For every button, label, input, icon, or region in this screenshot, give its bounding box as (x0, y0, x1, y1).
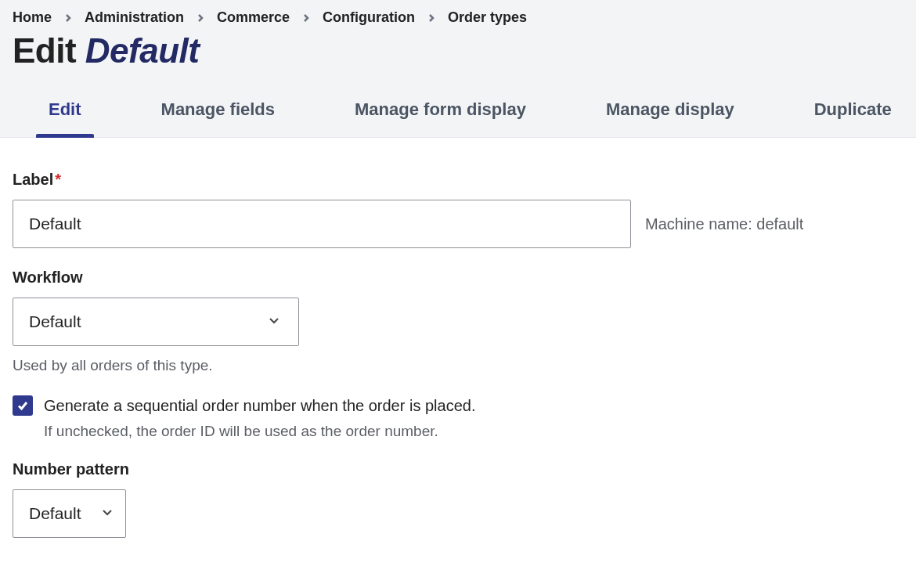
workflow-field-label: Workflow (13, 269, 903, 287)
sequential-checkbox[interactable] (13, 395, 33, 416)
breadcrumb-item-order-types[interactable]: Order types (448, 9, 527, 26)
form-region: Label* Machine name: default Workflow De… (0, 138, 916, 571)
chevron-right-icon (197, 14, 204, 22)
tabs: Edit Manage fields Manage form display M… (0, 84, 916, 138)
form-item-number-pattern: Number pattern Default (13, 460, 903, 538)
sequential-checkbox-label[interactable]: Generate a sequential order number when … (44, 395, 475, 417)
form-item-label: Label* Machine name: default (13, 171, 903, 248)
workflow-description: Used by all orders of this type. (13, 357, 903, 374)
page-title-prefix: Edit (13, 31, 85, 70)
form-item-sequential: Generate a sequential order number when … (13, 395, 903, 440)
breadcrumb: Home Administration Commerce Configurati… (13, 9, 903, 26)
label-field-title: Label (13, 171, 53, 188)
breadcrumb-item-configuration[interactable]: Configuration (323, 9, 415, 26)
chevron-right-icon (427, 14, 435, 22)
workflow-select[interactable]: Default (13, 298, 299, 346)
number-pattern-select[interactable]: Default (13, 489, 126, 538)
chevron-right-icon (302, 14, 310, 22)
tab-manage-fields[interactable]: Manage fields (149, 84, 287, 137)
tab-manage-form-display[interactable]: Manage form display (342, 84, 539, 137)
label-field-label: Label* (13, 171, 903, 189)
check-icon (16, 399, 29, 412)
tab-edit[interactable]: Edit (36, 84, 94, 137)
form-item-workflow: Workflow Default Used by all orders of t… (13, 269, 903, 374)
breadcrumb-item-administration[interactable]: Administration (85, 9, 184, 26)
tab-manage-display[interactable]: Manage display (593, 84, 747, 137)
machine-name: Machine name: default (645, 215, 803, 233)
breadcrumb-item-home[interactable]: Home (13, 9, 52, 26)
machine-name-prefix: Machine name: (645, 215, 756, 233)
required-mark: * (55, 171, 61, 188)
chevron-right-icon (64, 14, 72, 22)
page-title: Edit Default (13, 32, 903, 84)
page-title-entity: Default (85, 31, 200, 70)
tab-duplicate[interactable]: Duplicate (802, 84, 904, 137)
sequential-description: If unchecked, the order ID will be used … (44, 423, 903, 440)
breadcrumb-item-commerce[interactable]: Commerce (217, 9, 290, 26)
machine-name-value: default (756, 215, 803, 233)
label-input[interactable] (13, 200, 631, 248)
number-pattern-field-label: Number pattern (13, 460, 903, 478)
